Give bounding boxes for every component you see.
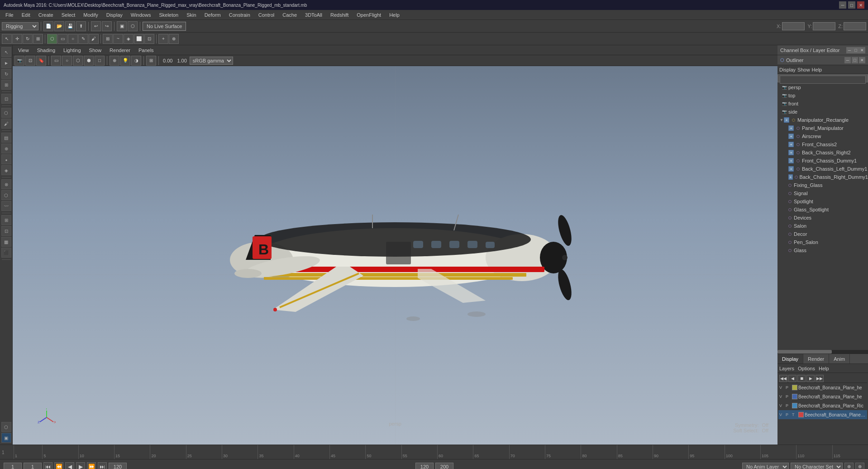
menu-cache[interactable]: Cache bbox=[279, 11, 300, 19]
tree-item-decor[interactable]: ⬡ Decor bbox=[777, 230, 868, 238]
scale-tool-button[interactable]: ⊞ bbox=[33, 34, 43, 44]
layer-tab-anim[interactable]: Anim bbox=[829, 354, 850, 364]
outliner-menu-display[interactable]: Display bbox=[779, 67, 796, 72]
minimize-button[interactable]: ─ bbox=[839, 1, 846, 9]
tree-item-airscrew[interactable]: + ⬡ Airscrew bbox=[777, 132, 868, 140]
layer-row-2[interactable]: V P Beechcraft_Bonanza_Plane_he bbox=[778, 392, 867, 401]
display-layer-btn[interactable]: ▤ bbox=[1, 133, 11, 143]
menu-constrain[interactable]: Constrain bbox=[225, 11, 254, 19]
outliner-scrollbar[interactable] bbox=[777, 350, 868, 354]
char-set-btn1[interactable]: ⊕ bbox=[844, 463, 854, 469]
tree-item-glass-spotlight[interactable]: ⬡ Glass_Spotlight bbox=[777, 206, 868, 214]
soft-mod-button[interactable]: ⬡ bbox=[47, 34, 57, 44]
layer-audio-btn1[interactable]: ◀◀ bbox=[779, 375, 787, 382]
layer-audio-btn2[interactable]: ◀ bbox=[788, 375, 796, 382]
viewport-menu-panels[interactable]: Panels bbox=[135, 47, 157, 54]
play-forward-button[interactable]: ▶ bbox=[76, 462, 85, 469]
tree-item-top[interactable]: 📷 top bbox=[777, 91, 868, 100]
layer-audio-btn4[interactable]: ▶ bbox=[806, 375, 815, 382]
show-manipulator-btn[interactable]: ⊡ bbox=[1, 94, 11, 104]
snap-surface-button[interactable]: ⬜ bbox=[134, 34, 144, 44]
extra-btn3[interactable]: ▦ bbox=[1, 237, 11, 247]
menu-windows[interactable]: Windows bbox=[127, 11, 155, 19]
open-file-button[interactable]: 📂 bbox=[54, 21, 64, 31]
plusx-button[interactable]: ⊕ bbox=[169, 34, 179, 44]
layer-sub-options[interactable]: Options bbox=[798, 366, 815, 371]
rect-select-button[interactable]: ▭ bbox=[57, 34, 67, 44]
timeline-track[interactable]: 1510152025303540455055606570758085909510… bbox=[14, 445, 868, 459]
layer-sub-help[interactable]: Help bbox=[819, 366, 829, 371]
extra-btn4[interactable]: ⬛ bbox=[1, 248, 11, 258]
tree-item-manipulator-rect[interactable]: ▼ + ⬡ Manipulator_Rectangle bbox=[777, 116, 868, 124]
tree-item-front-chassis-dummy1[interactable]: + ⬡ Front_Chassis_Dummy1 bbox=[777, 157, 868, 165]
timeline-area[interactable]: 1510152025303540455055606570758085909510… bbox=[0, 445, 868, 459]
vp-light-btn[interactable]: 💡 bbox=[120, 56, 130, 66]
layer-row-1[interactable]: V P Beechcraft_Bonanza_Plane_he bbox=[778, 383, 867, 392]
gamma-selector[interactable]: sRGB gamma Linear bbox=[190, 57, 233, 65]
rotate-btn[interactable]: ↻ bbox=[1, 69, 11, 79]
select-tool-button[interactable]: ▣ bbox=[117, 21, 127, 31]
play-back-button[interactable]: ◀ bbox=[65, 462, 74, 469]
outliner-close-btn[interactable]: ✕ bbox=[859, 57, 865, 63]
viewport-menu-view[interactable]: View bbox=[14, 47, 33, 54]
channel-minimize-btn[interactable]: ─ bbox=[846, 47, 853, 53]
redo-button[interactable]: ↪ bbox=[102, 21, 112, 31]
layer-tab-display[interactable]: Display bbox=[777, 354, 803, 364]
step-forward-button[interactable]: ⏩ bbox=[87, 462, 96, 469]
step-back-button[interactable]: ⏪ bbox=[54, 462, 63, 469]
snap-point-button[interactable]: ◈ bbox=[124, 34, 134, 44]
tree-item-back-chassis-right2[interactable]: + ⬡ Back_Chassis_Right2 bbox=[777, 148, 868, 157]
layer-row-3[interactable]: V P Beechcraft_Bonanza_Plane_Ric bbox=[778, 401, 867, 410]
outliner-menu-help[interactable]: Help bbox=[812, 67, 822, 72]
snap-grid-button[interactable]: ⊞ bbox=[103, 34, 113, 44]
menu-deform[interactable]: Deform bbox=[201, 11, 224, 19]
plus-button[interactable]: + bbox=[158, 34, 168, 44]
menu-file[interactable]: File bbox=[2, 11, 17, 19]
rotate-tool-button[interactable]: ↻ bbox=[23, 34, 33, 44]
tree-item-glass[interactable]: ⬡ Glass bbox=[777, 246, 868, 254]
anim-layer-selector[interactable]: No Anim Layer bbox=[742, 463, 789, 469]
goto-end-button[interactable]: ⏭ bbox=[98, 462, 107, 469]
menu-display[interactable]: Display bbox=[103, 11, 126, 19]
vp-snap-btn[interactable]: ⊕ bbox=[110, 56, 119, 66]
cluster-btn[interactable]: ⬡ bbox=[1, 190, 11, 200]
no-live-surface-button[interactable]: No Live Surface bbox=[143, 22, 186, 31]
tree-item-back-chassis-left-dummy1[interactable]: + ⬡ Back_Chassis_Left_Dummy1 bbox=[777, 165, 868, 173]
y-coord-input[interactable] bbox=[813, 22, 835, 30]
vp-smooth-btn[interactable]: ○ bbox=[62, 56, 72, 66]
tree-item-persp[interactable]: 📷 persp bbox=[777, 83, 868, 91]
char-set-selector[interactable]: No Character Set bbox=[791, 463, 843, 469]
frame-start-input[interactable] bbox=[4, 463, 22, 469]
vp-bookmark-btn[interactable]: 🔖 bbox=[36, 56, 46, 66]
vp-bbox-btn[interactable]: □ bbox=[95, 56, 105, 66]
tree-item-front-chassis2[interactable]: + ⬡ Front_Chassis2 bbox=[777, 140, 868, 148]
channel-float-btn[interactable]: □ bbox=[853, 47, 859, 53]
viewport-menu-renderer[interactable]: Renderer bbox=[106, 47, 134, 54]
vp-wireframe-btn[interactable]: ▭ bbox=[51, 56, 61, 66]
undo-button[interactable]: ↩ bbox=[91, 21, 101, 31]
outliner-min-btn[interactable]: ─ bbox=[844, 57, 851, 63]
viewport-canvas[interactable]: B bbox=[13, 66, 777, 445]
save-file-button[interactable]: 💾 bbox=[65, 21, 75, 31]
channel-close-btn[interactable]: ✕ bbox=[859, 47, 865, 53]
move-btn[interactable]: ▶ bbox=[1, 58, 11, 68]
lasso-select-button[interactable]: ✎ bbox=[78, 34, 88, 44]
viewport-menu-lighting[interactable]: Lighting bbox=[60, 47, 85, 54]
menu-edit[interactable]: Edit bbox=[18, 11, 34, 19]
snap-view-button[interactable]: ⊡ bbox=[144, 34, 154, 44]
z-coord-input[interactable] bbox=[844, 22, 866, 30]
tree-item-salon[interactable]: ⬡ Salon bbox=[777, 222, 868, 230]
menu-skeleton[interactable]: Skeleton bbox=[155, 11, 182, 19]
vp-grid-btn[interactable]: ⊞ bbox=[146, 56, 156, 66]
frame-end-input[interactable] bbox=[109, 463, 127, 469]
layer-audio-btn3[interactable]: ⏹ bbox=[797, 375, 806, 382]
mode-selector[interactable]: Rigging Animation Polygons Surfaces Dyna… bbox=[2, 22, 38, 30]
x-coord-input[interactable] bbox=[782, 22, 805, 30]
lasso-button[interactable]: ⬡ bbox=[128, 21, 138, 31]
frame-display-end-input[interactable] bbox=[415, 463, 434, 469]
menu-modify[interactable]: Modify bbox=[80, 11, 101, 19]
selection-mask-btn[interactable]: ↖ bbox=[1, 47, 11, 57]
extra-btn2[interactable]: ⊡ bbox=[1, 226, 11, 236]
frame-current-input[interactable] bbox=[24, 463, 42, 469]
select-mode-button[interactable]: ↖ bbox=[2, 34, 12, 44]
